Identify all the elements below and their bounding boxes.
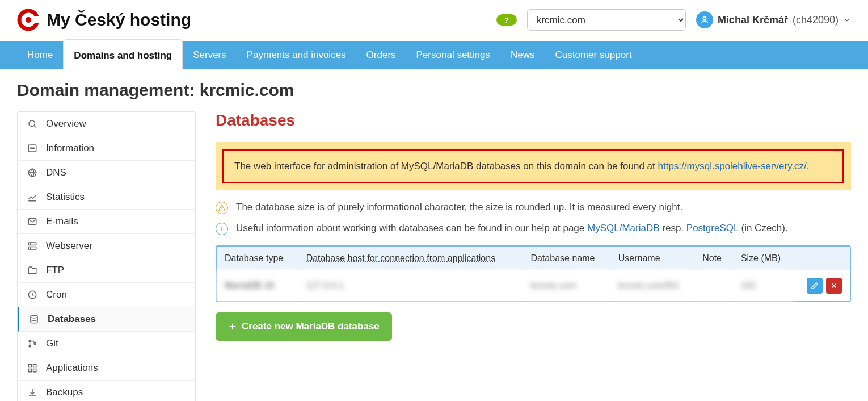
create-database-button[interactable]: Create new MariaDB database	[216, 312, 392, 341]
svg-point-4	[29, 120, 35, 127]
sidebar-item-label: DNS	[46, 167, 66, 178]
info-prefix: Useful information about working with da…	[236, 223, 587, 233]
sidebar-item-label: Git	[46, 338, 58, 349]
sidebar-item-webserver[interactable]: Webserver	[18, 234, 195, 258]
cell-size: 142	[733, 270, 794, 301]
brand-title: My Český hosting	[47, 10, 191, 30]
sidebar-item-information[interactable]: Information	[18, 136, 195, 161]
avatar-icon	[696, 11, 713, 28]
sidebar-item-ftp[interactable]: FTP	[18, 258, 195, 283]
alert-suffix: .	[807, 161, 810, 172]
git-icon	[27, 338, 38, 349]
svg-point-20	[29, 345, 31, 347]
info-icon	[27, 143, 38, 154]
sidebar-item-backups[interactable]: Backups	[18, 381, 195, 401]
chevron-down-icon	[843, 16, 851, 24]
svg-line-5	[34, 126, 36, 128]
cell-host: 127.0.0.1	[298, 270, 523, 301]
col-type: Database type	[217, 247, 298, 270]
page-title: Domain management: krcmic.com	[0, 69, 868, 111]
link-mysql[interactable]: MySQL/MariaDB	[587, 223, 660, 233]
logo-icon	[17, 9, 40, 31]
nav-news[interactable]: News	[500, 41, 545, 69]
create-button-label: Create new MariaDB database	[242, 321, 380, 332]
sidebar-item-label: Webserver	[46, 240, 92, 252]
col-name: Database name	[523, 247, 610, 270]
close-icon	[830, 282, 838, 290]
mail-icon	[27, 216, 38, 227]
sidebar-item-label: Applications	[46, 362, 98, 374]
user-menu[interactable]: Michal Krčmář (ch42090)	[696, 11, 851, 28]
alert-text: The web interface for administration of …	[234, 161, 658, 172]
clock-icon	[27, 289, 38, 300]
sidebar-item-git[interactable]: Git	[18, 332, 195, 356]
link-postgresql[interactable]: PostgreSQL	[686, 223, 739, 233]
info-text: The database size is of purely informati…	[236, 202, 682, 213]
content: Databases The web interface for administ…	[216, 111, 851, 401]
cell-user: krcmic.com001	[610, 270, 694, 301]
download-icon	[27, 387, 38, 398]
alert-link[interactable]: https://mysql.spolehlive-servery.cz/	[658, 161, 807, 172]
nav-orders[interactable]: Orders	[356, 41, 406, 69]
section-title: Databases	[216, 111, 851, 130]
svg-rect-25	[33, 369, 36, 372]
info-suffix: (in Czech).	[739, 223, 788, 233]
databases-table: Database type Database host for connecti…	[216, 245, 851, 302]
info-help: Useful information about working with da…	[216, 223, 851, 235]
svg-point-29	[222, 227, 222, 228]
svg-rect-2	[33, 16, 40, 23]
sidebar-item-emails[interactable]: E-mails	[18, 210, 195, 234]
sidebar-item-databases[interactable]: Databases	[18, 307, 195, 332]
svg-point-18	[31, 315, 37, 318]
cell-type: MariaDB 10	[217, 270, 298, 301]
nav-servers[interactable]: Servers	[183, 41, 237, 69]
sidebar-item-label: Databases	[48, 314, 96, 325]
apps-icon	[27, 362, 38, 374]
svg-point-3	[703, 17, 706, 20]
header: My Český hosting krcmic.com Michal Krčmá…	[0, 0, 868, 41]
user-name: Michal Krčmář	[718, 14, 788, 26]
info-mid: resp.	[660, 223, 686, 233]
col-host[interactable]: Database host for connection from applic…	[298, 247, 523, 270]
sidebar-item-label: FTP	[46, 265, 64, 276]
sidebar-item-label: Statistics	[46, 191, 85, 203]
col-size: Size (MB)	[733, 247, 794, 270]
header-right: krcmic.com Michal Krčmář (ch42090)	[496, 9, 851, 31]
svg-point-15	[30, 244, 31, 245]
warning-icon	[216, 202, 228, 214]
nav-customer-support[interactable]: Customer support	[545, 41, 642, 69]
nav-payments[interactable]: Payments and invoices	[237, 41, 356, 69]
sidebar-item-overview[interactable]: Overview	[18, 112, 195, 136]
sidebar-item-applications[interactable]: Applications	[18, 356, 195, 381]
folder-icon	[27, 265, 38, 276]
nav-domains-hosting[interactable]: Domains and hosting	[63, 39, 183, 69]
plus-icon	[228, 322, 237, 331]
edit-button[interactable]	[807, 278, 823, 294]
nav-personal-settings[interactable]: Personal settings	[406, 41, 500, 69]
cell-name: krcmic.com	[523, 270, 610, 301]
domain-select[interactable]: krcmic.com	[527, 9, 686, 31]
svg-point-27	[222, 210, 222, 210]
main-nav: Home Domains and hosting Servers Payment…	[0, 41, 868, 69]
sidebar-item-statistics[interactable]: Statistics	[18, 185, 195, 210]
svg-point-21	[34, 343, 36, 345]
sidebar-item-label: Information	[46, 143, 94, 154]
table-header-row: Database type Database host for connecti…	[217, 247, 850, 270]
svg-point-19	[29, 340, 31, 342]
database-icon	[28, 314, 40, 325]
globe-icon	[27, 167, 38, 178]
sidebar-item-label: Overview	[46, 118, 86, 130]
help-toggle[interactable]	[496, 14, 517, 26]
pencil-icon	[811, 282, 819, 290]
svg-rect-23	[33, 364, 36, 367]
svg-rect-22	[28, 364, 31, 367]
sidebar-item-cron[interactable]: Cron	[18, 283, 195, 307]
delete-button[interactable]	[826, 278, 842, 294]
svg-point-1	[26, 17, 31, 23]
search-icon	[27, 118, 38, 130]
nav-home[interactable]: Home	[17, 41, 63, 69]
sidebar-item-dns[interactable]: DNS	[18, 161, 195, 185]
sidebar-item-label: Backups	[46, 387, 83, 398]
cell-note	[694, 270, 733, 301]
col-note: Note	[694, 247, 733, 270]
